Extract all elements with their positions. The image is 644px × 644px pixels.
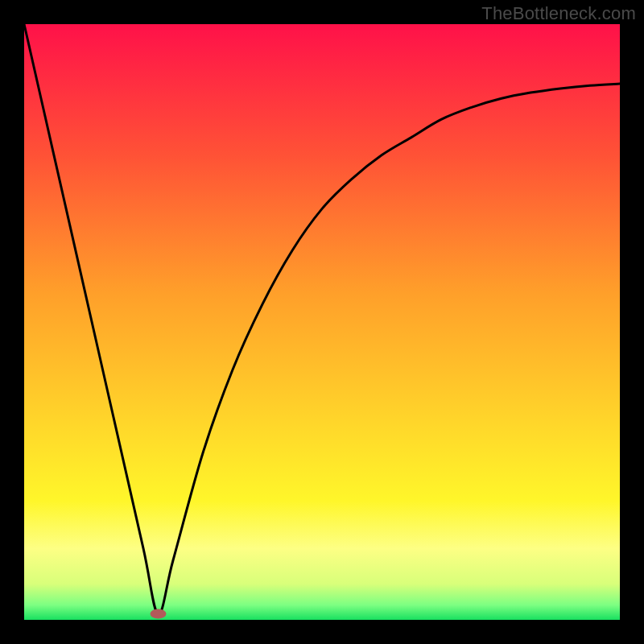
plot-area <box>24 24 620 620</box>
chart-frame: TheBottleneck.com <box>0 0 644 644</box>
chart-svg <box>24 24 620 620</box>
minimum-marker <box>151 609 167 619</box>
watermark-text: TheBottleneck.com <box>481 3 636 24</box>
gradient-background <box>24 24 620 620</box>
